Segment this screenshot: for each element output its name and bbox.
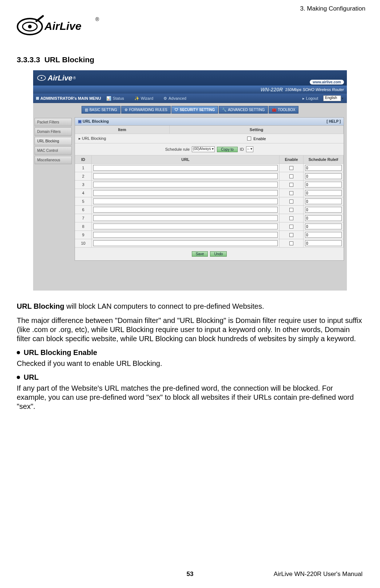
table-row: 2 (75, 172, 344, 181)
sched-input[interactable] (305, 198, 342, 204)
enable-text: Enable (253, 137, 266, 141)
url-input[interactable] (93, 190, 278, 196)
svg-text:AirLive: AirLive (44, 20, 82, 32)
schedule-select[interactable]: (00)Always ▾ (192, 146, 215, 152)
table-row: 3 (75, 181, 344, 189)
sched-input[interactable] (305, 190, 342, 196)
para1-rest: will block LAN computers to connect to p… (64, 302, 264, 310)
sched-input[interactable] (305, 182, 342, 188)
grid-col-url: URL (92, 155, 280, 163)
row-enable-checkbox[interactable] (289, 216, 293, 220)
tab-forwarding-rules[interactable]: ⚙FORWARDING RULES (121, 106, 171, 114)
copy-to-button[interactable]: Copy to (217, 147, 237, 152)
gear-icon: ⚙ (124, 108, 128, 112)
menu-advanced[interactable]: ⚙Advanced (163, 96, 186, 101)
paragraph-2: The major difference between "Domain fil… (17, 316, 363, 343)
row-enable-checkbox[interactable] (289, 200, 293, 204)
svg-point-2 (28, 25, 32, 28)
undo-button[interactable]: Undo (210, 251, 227, 257)
airlive-logo-icon: AirLive ® (15, 14, 102, 39)
col-item: Item (75, 126, 170, 134)
row-enable-cell (280, 231, 304, 239)
row-enable-cell (280, 189, 304, 197)
sched-input[interactable] (305, 207, 342, 213)
sched-input[interactable] (305, 240, 342, 246)
url-input[interactable] (93, 232, 278, 238)
sched-input[interactable] (305, 232, 342, 238)
url-blocking-panel: ▣ URL Blocking [ HELP ] Item Setting ▸ U… (75, 117, 344, 261)
url-input[interactable] (93, 173, 278, 179)
row-id: 5 (75, 197, 92, 205)
url-input[interactable] (93, 207, 278, 213)
sidebar-item-url-blocking[interactable]: URL Blocking (35, 137, 72, 145)
status-icon: 📊 (106, 96, 111, 101)
row-enable-checkbox[interactable] (289, 174, 293, 178)
row-id: 2 (75, 172, 92, 180)
section-number: 3.3.3.3 (17, 55, 40, 64)
row-id: 6 (75, 206, 92, 214)
url-input[interactable] (93, 165, 278, 171)
tab-basic-setting[interactable]: ▥BASIC SETTING (82, 106, 120, 114)
sched-input[interactable] (305, 224, 342, 229)
url-input[interactable] (93, 215, 278, 221)
row-url-cell (92, 206, 280, 214)
row-enable-checkbox[interactable] (289, 208, 293, 212)
row-id: 10 (75, 239, 92, 247)
router-topbar: AirLive ® (33, 70, 347, 86)
url-input[interactable] (93, 182, 278, 188)
sidebar-item-mac-control[interactable]: MAC Control (35, 146, 72, 155)
panel-icon: ▣ (78, 119, 82, 123)
tab-toolbox[interactable]: 🧰TOOLBOX (269, 106, 298, 114)
sidebar-item-domain-filters[interactable]: Domain Filters (35, 127, 72, 136)
sidebar-item-miscellaneous[interactable]: Miscellaneous (35, 156, 72, 164)
row-enable-cell (280, 164, 304, 172)
row-url-cell (92, 214, 280, 222)
tab-security-setting[interactable]: 🛡SECURITY SETTING (171, 106, 218, 114)
row-sched-cell (304, 181, 344, 189)
row-enable-checkbox[interactable] (289, 233, 293, 237)
row-enable-checkbox[interactable] (289, 225, 293, 229)
row-enable-cell (280, 181, 304, 189)
table-row: 9 (75, 231, 344, 239)
sidebar: Packet Filters Domain Filters URL Blocki… (33, 116, 73, 291)
url-input[interactable] (93, 224, 278, 229)
enable-checkbox[interactable] (247, 137, 251, 141)
sidebar-item-packet-filters[interactable]: Packet Filters (35, 118, 72, 126)
menu-wizard[interactable]: ✨Wizard (134, 96, 153, 101)
row-url-cell (92, 189, 280, 197)
table-row: 4 (75, 189, 344, 197)
section-title: URL Blocking (44, 55, 94, 64)
row-enable-checkbox[interactable] (289, 183, 293, 187)
url-input[interactable] (93, 240, 278, 246)
sched-input[interactable] (305, 215, 342, 221)
menu-status[interactable]: 📊Status (106, 96, 124, 101)
model-desc: 150Mbps SOHO Wireless Router (285, 87, 344, 92)
col-setting: Setting (170, 126, 344, 134)
menu-logout[interactable]: ▸ Logout (302, 96, 318, 101)
doc-icon: ▥ (85, 108, 88, 112)
url-input[interactable] (93, 198, 278, 204)
bullet-icon (17, 376, 20, 379)
id-select[interactable]: -- ▾ (246, 146, 253, 152)
doc-title: AirLive WN-220R User's Manual (274, 571, 363, 578)
row-id: 4 (75, 189, 92, 197)
router-brand: AirLive (48, 74, 72, 82)
language-select[interactable]: English (323, 95, 341, 101)
row-sched-cell (304, 214, 344, 222)
bullet-icon (17, 351, 20, 354)
row-enable-checkbox[interactable] (289, 191, 293, 195)
orbit-icon (37, 73, 46, 83)
row-enable-cell (280, 206, 304, 214)
grid-col-id: ID (75, 155, 92, 163)
help-link[interactable]: [ HELP ] (326, 119, 341, 123)
row-enable-checkbox[interactable] (289, 166, 293, 170)
row-enable-checkbox[interactable] (289, 241, 293, 245)
row-url-cell (92, 197, 280, 205)
tab-advanced-setting[interactable]: 🔧ADVANCED SETTING (219, 106, 268, 114)
row-enable-cell (280, 214, 304, 222)
sched-input[interactable] (305, 165, 342, 171)
sched-input[interactable] (305, 173, 342, 179)
schedule-label: Schedule rule (165, 147, 190, 151)
row-sched-cell (304, 222, 344, 230)
save-button[interactable]: Save (192, 251, 208, 257)
